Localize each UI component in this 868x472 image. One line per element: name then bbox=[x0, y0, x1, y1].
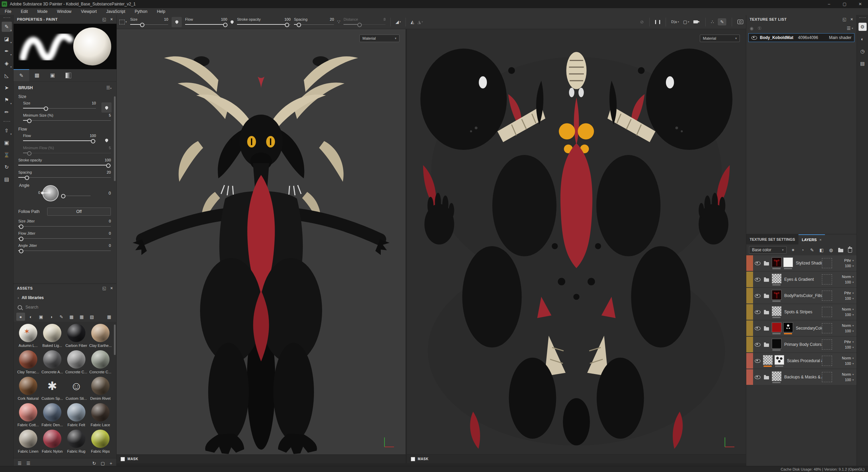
asset-item[interactable]: Cork Natural bbox=[17, 377, 39, 403]
layer-thumbnail[interactable] bbox=[772, 257, 782, 267]
viewport-2d[interactable]: Material▾ bbox=[407, 29, 746, 454]
maximize-button[interactable]: ▢ bbox=[837, 0, 852, 8]
blend-mode-dropdown[interactable]: Pthr▾ bbox=[844, 340, 854, 344]
falloff-curve-icon[interactable]: ◢▾ bbox=[395, 19, 401, 24]
snapshot-icon[interactable] bbox=[737, 20, 743, 24]
layer-opacity-dropdown[interactable]: 100▾ bbox=[845, 264, 854, 268]
tab-layers[interactable]: LAYERS× bbox=[798, 234, 825, 244]
asset-item[interactable]: Fabric Den... bbox=[41, 403, 63, 430]
close-button[interactable]: ✕ bbox=[852, 0, 868, 8]
layer-mask-slot[interactable] bbox=[822, 372, 832, 382]
search-input[interactable] bbox=[25, 304, 112, 310]
layer-opacity-dropdown[interactable]: 100▾ bbox=[845, 329, 854, 333]
blend-mode-dropdown[interactable]: Norm▾ bbox=[842, 275, 854, 279]
symmetry-settings-icon[interactable]: ◮▾ bbox=[417, 19, 423, 24]
asset-item[interactable]: Fabric Linen bbox=[17, 430, 39, 456]
toolbar-slider-spacing[interactable]: Spacing20 bbox=[294, 17, 334, 27]
paint-tool[interactable]: ✎▾ bbox=[2, 22, 12, 32]
filter-smart-materials-icon[interactable]: ◐ bbox=[26, 313, 35, 321]
toolbar-slider-distance[interactable]: Distance8 bbox=[343, 17, 386, 27]
tab-alpha[interactable]: ▩ bbox=[29, 69, 45, 81]
panel-grip[interactable] bbox=[859, 17, 866, 18]
mask-indicator-2d[interactable]: MASK bbox=[407, 454, 746, 463]
add-smart-mask-icon[interactable]: ◍ bbox=[827, 246, 835, 254]
texture-set-row[interactable]: Body_KoboldMat 4096x4096 Main shader bbox=[748, 33, 854, 42]
export-textures-tool[interactable]: ⇧▾ bbox=[2, 125, 12, 136]
filter-filters-icon[interactable]: ◑ bbox=[47, 313, 56, 321]
layer-thumbnail[interactable] bbox=[783, 257, 793, 267]
layer-opacity-dropdown[interactable]: 100▾ bbox=[845, 378, 854, 382]
asset-item[interactable]: Clay Terrac... bbox=[17, 350, 39, 377]
add-folder-icon[interactable] bbox=[837, 246, 844, 254]
follow-path-button[interactable]: Off bbox=[47, 208, 111, 216]
layer-opacity-dropdown[interactable]: 100▾ bbox=[845, 280, 854, 284]
layer-mask-slot[interactable] bbox=[822, 274, 832, 284]
close-icon[interactable]: × bbox=[111, 286, 113, 291]
layer-row[interactable]: Scales Procedural & AONorm▾100▾ bbox=[746, 353, 856, 369]
add-paint-layer-icon[interactable]: ✎ bbox=[808, 246, 816, 254]
popout-icon[interactable]: ◱ bbox=[102, 17, 106, 22]
filter-brushes-icon[interactable]: ✎ bbox=[57, 313, 66, 321]
add-asset-icon[interactable]: + bbox=[110, 461, 112, 466]
layer-opacity-dropdown[interactable]: 100▾ bbox=[845, 361, 854, 366]
add-smart-material-icon[interactable]: ◔ bbox=[799, 246, 806, 254]
layer-opacity-dropdown[interactable]: 100▾ bbox=[845, 345, 854, 349]
toolbar-slider-flow[interactable]: Flow100 bbox=[185, 17, 227, 27]
asset-item[interactable]: Concrete C... bbox=[89, 350, 112, 377]
material-picker-tool[interactable]: ✏ bbox=[2, 107, 12, 117]
asset-item[interactable]: Denim Rivet bbox=[89, 377, 112, 403]
layer-opacity-dropdown[interactable]: 100▾ bbox=[845, 313, 854, 317]
history-panel-icon[interactable]: ◷ bbox=[859, 47, 867, 55]
filter-alphas-icon[interactable]: ▩ bbox=[67, 313, 76, 321]
assets-breadcrumb[interactable]: › All libraries bbox=[14, 293, 116, 303]
blend-mode-dropdown[interactable]: Pthr▾ bbox=[844, 258, 854, 262]
import-resources-icon[interactable]: ☰ bbox=[18, 461, 22, 466]
asset-item[interactable]: ☺Custom Sti... bbox=[65, 377, 87, 403]
asset-item[interactable]: ✶Autumn L... bbox=[17, 324, 39, 350]
layer-row[interactable]: BodyPartsColor_FillsPthr▾100▾ bbox=[746, 288, 856, 303]
layer-visibility-toggle[interactable] bbox=[753, 278, 762, 281]
asset-item[interactable]: Fabric Rips bbox=[89, 430, 112, 456]
layer-thumbnail[interactable] bbox=[772, 371, 782, 381]
layer-mask-slot[interactable] bbox=[822, 356, 832, 366]
asset-item[interactable]: Carbon Fiber bbox=[65, 324, 87, 350]
library-settings-icon[interactable]: ☰ bbox=[26, 461, 31, 466]
layer-row[interactable]: Spots & StripesNorm▾100▾ bbox=[746, 304, 856, 320]
layer-visibility-toggle[interactable] bbox=[753, 359, 762, 363]
assets-scrollbar[interactable] bbox=[114, 324, 116, 355]
shading-mode-dropdown-2d[interactable]: Material▾ bbox=[700, 35, 740, 42]
shader-settings-icon[interactable]: ◐ bbox=[859, 35, 867, 43]
layer-thumbnail[interactable] bbox=[772, 322, 782, 332]
layer-row[interactable]: SecondaryColorFolderNorm▾100▾ bbox=[746, 320, 856, 336]
eraser-tool[interactable]: ◪▾ bbox=[2, 34, 12, 44]
layer-visibility-toggle[interactable] bbox=[753, 294, 762, 298]
log-panel-icon[interactable]: ▤ bbox=[859, 59, 867, 67]
filter-grid-view-icon[interactable]: ▦ bbox=[105, 313, 114, 321]
menu-item-javascript[interactable]: JavaScript bbox=[101, 8, 130, 15]
tab-gradient[interactable] bbox=[60, 69, 76, 81]
brush-tip-icon[interactable] bbox=[101, 135, 112, 145]
shading-mode-dropdown[interactable]: Material▾ bbox=[359, 35, 399, 42]
refresh-icon[interactable]: ↻ bbox=[92, 461, 96, 466]
layer-row[interactable]: Eyes & GradientNorm▾100▾ bbox=[746, 272, 856, 287]
layer-mask-slot[interactable] bbox=[822, 307, 832, 317]
symmetry-icon[interactable]: ◭ bbox=[411, 19, 414, 24]
asset-item[interactable]: Concrete C... bbox=[65, 350, 87, 377]
mask-indicator-3d[interactable]: MASK bbox=[117, 454, 406, 463]
layer-visibility-toggle[interactable] bbox=[753, 310, 762, 314]
clone-tool[interactable]: ⚑▾ bbox=[2, 95, 12, 105]
pause-engine-icon[interactable] bbox=[655, 20, 660, 24]
layer-thumbnail[interactable] bbox=[772, 290, 782, 300]
asset-item[interactable]: Fabric Rug bbox=[65, 430, 87, 456]
asset-item[interactable]: Fabric Cott... bbox=[17, 403, 39, 430]
menu-item-file[interactable]: File bbox=[0, 8, 16, 15]
asset-item[interactable]: Fabric Lace bbox=[89, 403, 112, 430]
brush-tip-button[interactable] bbox=[172, 17, 182, 27]
layer-thumbnail[interactable] bbox=[772, 274, 782, 283]
mesh-display-icon[interactable]: ▢▾ bbox=[683, 19, 689, 24]
panel-grip[interactable] bbox=[3, 17, 10, 18]
properties-scrollbar[interactable] bbox=[114, 96, 116, 181]
solo-set-icon[interactable]: ① bbox=[757, 26, 762, 31]
new-folder-icon[interactable]: ▢ bbox=[101, 461, 105, 466]
tab-brush[interactable]: ✎ bbox=[14, 69, 29, 81]
